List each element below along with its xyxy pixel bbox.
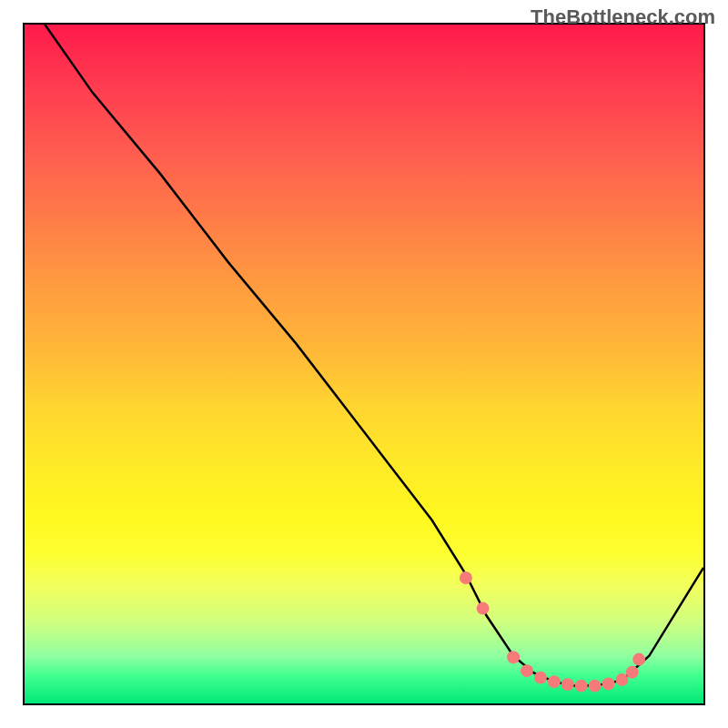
watermark: TheBottleneck.com	[531, 5, 715, 29]
chart-marker-dot	[507, 651, 520, 663]
chart-marker-dot	[460, 571, 472, 584]
chart-marker-dot	[477, 602, 490, 615]
chart-overlay	[25, 25, 703, 703]
chart-marker-dot	[548, 675, 561, 688]
chart-marker-dot	[534, 672, 547, 684]
chart-plot-area	[23, 23, 705, 705]
chart-markers	[460, 571, 645, 692]
chart-marker-dot	[561, 678, 574, 691]
chart-curve	[25, 25, 703, 686]
chart-marker-dot	[602, 677, 615, 690]
chart-marker-dot	[575, 680, 588, 693]
chart-marker-dot	[589, 680, 602, 693]
chart-marker-dot	[632, 653, 645, 666]
chart-marker-dot	[626, 666, 639, 679]
chart-marker-dot	[616, 673, 629, 686]
chart-marker-dot	[521, 664, 533, 677]
